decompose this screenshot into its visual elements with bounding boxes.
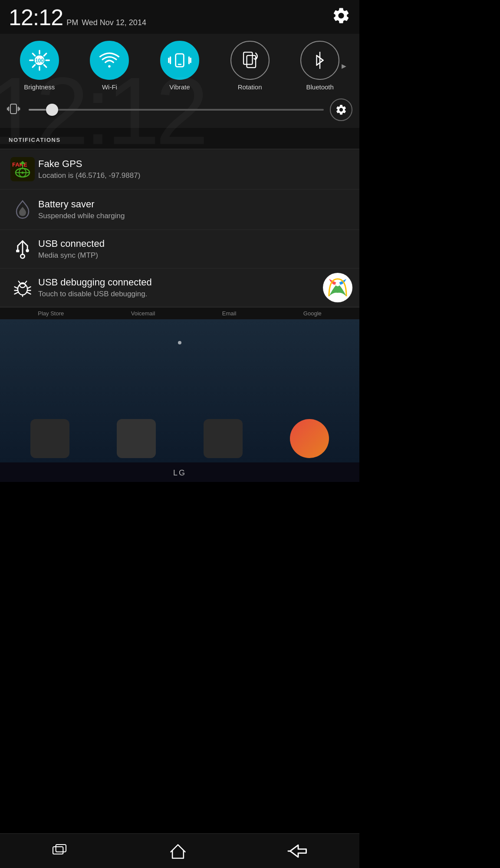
app-label-google: Google — [303, 310, 322, 317]
fake-gps-icon-wrap: FAKE — [7, 157, 38, 181]
battery-saver-subtitle: Suspended while charging — [38, 212, 352, 220]
brightness-label: Brightness — [24, 83, 55, 91]
page-indicator — [178, 341, 181, 344]
app-icon-3[interactable] — [204, 419, 243, 458]
app-labels-row: Play Store Voicemail Email Google — [0, 307, 359, 319]
usb-debug-text: USB debugging connected Touch to disable… — [38, 277, 352, 298]
svg-rect-52 — [53, 847, 63, 854]
brightness-slider[interactable] — [29, 109, 324, 111]
lg-brand-text: LG — [173, 464, 186, 480]
app-label-playstore: Play Store — [38, 310, 64, 317]
time-block: 12:12 PM Wed Nov 12, 2014 — [9, 4, 146, 30]
notification-usb-debug[interactable]: USB debugging connected Touch to disable… — [0, 269, 359, 307]
notification-battery-saver[interactable]: Battery saver Suspended while charging — [0, 190, 359, 230]
slider-track — [29, 109, 324, 111]
battery-saver-icon-wrap — [7, 197, 38, 222]
svg-point-37 — [26, 249, 29, 252]
svg-line-49 — [26, 281, 27, 283]
vibrate-phone-icon — [7, 102, 23, 118]
app-label-voicemail: Voicemail — [131, 310, 155, 317]
back-button[interactable] — [272, 837, 324, 865]
time-display: 12:12 — [9, 4, 63, 30]
settings-icon[interactable] — [332, 6, 351, 25]
usb-debug-title: USB debugging connected — [38, 277, 352, 288]
wifi-toggle[interactable]: Wi-Fi — [90, 41, 129, 91]
lg-brand-section: LG — [0, 462, 359, 482]
rotation-circle[interactable] — [230, 41, 270, 80]
svg-rect-17 — [247, 56, 256, 68]
nav-bar — [0, 833, 359, 868]
vibrate-circle[interactable] — [160, 41, 199, 80]
svg-line-46 — [27, 292, 30, 294]
svg-rect-19 — [10, 104, 16, 114]
battery-saver-text: Battery saver Suspended while charging — [38, 199, 352, 220]
svg-line-5 — [33, 53, 35, 56]
svg-line-7 — [44, 53, 46, 56]
date-display: Wed Nov 12, 2014 — [82, 18, 146, 27]
svg-point-29 — [22, 172, 24, 174]
bluetooth-circle[interactable] — [300, 41, 339, 80]
svg-point-39 — [18, 284, 27, 295]
wifi-label: Wi-Fi — [102, 83, 117, 91]
usb-debug-icon-wrap — [7, 276, 38, 299]
svg-rect-53 — [56, 845, 66, 852]
app-icon-1[interactable] — [30, 419, 69, 458]
fake-gps-text: Fake GPS Location is (46.5716, -97.9887) — [38, 158, 352, 180]
svg-rect-16 — [243, 52, 253, 64]
svg-text:FAKE: FAKE — [12, 161, 27, 168]
usb-icon-wrap — [7, 238, 38, 260]
brightness-slider-row — [0, 94, 359, 128]
notification-usb-connected[interactable]: USB connected Media sync (MTP) — [0, 230, 359, 269]
quick-toggles-panel: 100 Brightness Wi-Fi — [0, 34, 359, 94]
status-bar: 12:12 PM Wed Nov 12, 2014 — [0, 0, 359, 34]
usb-debug-subtitle: Touch to disable USB debugging. — [38, 290, 352, 298]
usb-connected-subtitle: Media sync (MTP) — [38, 251, 352, 260]
notifications-header: NOTIFICATIONS — [0, 128, 359, 149]
brightness-toggle[interactable]: 100 Brightness — [20, 41, 59, 91]
svg-rect-35 — [16, 250, 19, 252]
svg-line-48 — [19, 281, 20, 283]
app-label-email: Email — [222, 310, 237, 317]
notification-list: FAKE Fake GPS Location is (46.5716, -97.… — [0, 149, 359, 307]
recent-apps-button[interactable] — [35, 838, 84, 864]
bluetooth-toggle[interactable]: Bluetooth — [300, 41, 339, 91]
ampm-display: PM — [66, 18, 78, 27]
usb-connected-text: USB connected Media sync (MTP) — [38, 238, 352, 260]
bottom-app-icons-row — [0, 419, 359, 458]
bluetooth-label: Bluetooth — [306, 83, 333, 91]
notification-fake-gps[interactable]: FAKE Fake GPS Location is (46.5716, -97.… — [0, 149, 359, 190]
svg-text:100: 100 — [35, 58, 44, 64]
brightness-circle[interactable]: 100 — [20, 41, 59, 80]
svg-line-44 — [27, 287, 30, 288]
vibrate-toggle[interactable]: Vibrate — [160, 41, 199, 91]
rotation-toggle[interactable]: Rotation — [230, 41, 270, 91]
homescreen-area — [0, 319, 359, 462]
fake-gps-title: Fake GPS — [38, 158, 352, 170]
svg-point-51 — [336, 282, 340, 286]
rotation-label: Rotation — [238, 83, 262, 91]
svg-line-43 — [14, 292, 17, 294]
svg-line-6 — [44, 65, 46, 67]
svg-line-33 — [23, 241, 27, 246]
svg-line-8 — [33, 65, 35, 67]
wifi-circle[interactable] — [90, 41, 129, 80]
vibrate-label: Vibrate — [169, 83, 190, 91]
battery-saver-title: Battery saver — [38, 199, 352, 210]
usb-connected-title: USB connected — [38, 238, 352, 249]
notifications-title: NOTIFICATIONS — [9, 137, 61, 143]
slider-thumb[interactable] — [46, 104, 58, 116]
app-icon-google[interactable] — [290, 419, 329, 458]
svg-line-41 — [14, 287, 17, 288]
brightness-settings-button[interactable] — [330, 98, 352, 121]
google-maps-icon — [323, 273, 352, 302]
svg-line-32 — [18, 241, 23, 246]
home-button[interactable] — [154, 837, 202, 865]
app-icon-2[interactable] — [117, 419, 156, 458]
fake-gps-subtitle: Location is (46.5716, -97.9887) — [38, 171, 352, 180]
